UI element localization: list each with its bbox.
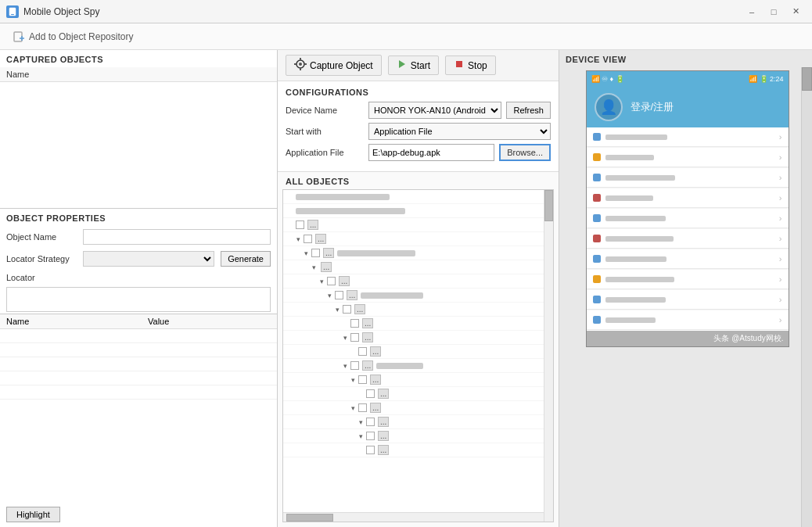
- tree-checkbox[interactable]: [304, 235, 312, 243]
- objects-table: Name: [0, 67, 277, 192]
- object-properties-section: OBJECT PROPERTIES Object Name Locator St…: [0, 209, 277, 527]
- tree-row: ▾...: [283, 289, 553, 303]
- tree-checkbox[interactable]: [366, 446, 375, 454]
- tree-scrollbar[interactable]: [544, 190, 553, 522]
- objects-table-area: Name: [0, 67, 277, 208]
- add-to-repo-button[interactable]: Add to Object Repository: [6, 27, 140, 46]
- list-item-dot: [593, 153, 601, 161]
- chevron-icon: ›: [779, 234, 782, 243]
- device-scrollbar-thumb: [802, 67, 812, 91]
- tree-checkbox[interactable]: [296, 220, 304, 229]
- list-item-dot: [593, 174, 601, 181]
- props-table: Name Value: [0, 314, 277, 400]
- start-button[interactable]: Start: [388, 56, 439, 75]
- tree-checkbox[interactable]: [311, 249, 320, 257]
- list-item[interactable]: ›: [587, 270, 789, 289]
- tree-arrow[interactable]: ▾: [341, 334, 349, 342]
- tree-arrow[interactable]: ▾: [357, 432, 365, 440]
- right-panel: DEVICE VIEW 📶 ♾ ♦ 🔋 📶 🔋 2:24 👤 登录/注册: [559, 50, 812, 527]
- tree-hscrollbar[interactable]: [283, 512, 544, 522]
- application-file-input[interactable]: [368, 144, 494, 161]
- capture-object-button[interactable]: Capture Object: [286, 55, 382, 76]
- tree-item-content: ...: [341, 318, 375, 328]
- object-name-input[interactable]: [83, 229, 271, 245]
- refresh-button[interactable]: Refresh: [506, 102, 551, 119]
- tree-checkbox[interactable]: [350, 361, 359, 370]
- tree-checkbox[interactable]: [358, 375, 367, 384]
- list-item-left: [593, 296, 666, 303]
- tree-arrow[interactable]: ▾: [302, 249, 310, 257]
- maximize-button[interactable]: □: [763, 3, 784, 20]
- chevron-icon: ›: [779, 254, 782, 264]
- list-item-dot: [593, 194, 601, 202]
- tree-arrow[interactable]: ▾: [333, 306, 341, 314]
- value-col-header: Value: [142, 314, 277, 329]
- tree-hscrollbar-container: [283, 512, 544, 522]
- tree-checkbox[interactable]: [343, 305, 351, 314]
- list-item[interactable]: ›: [587, 249, 789, 269]
- device-name-select[interactable]: HONOR YOK-AN10 (Android: [368, 102, 501, 119]
- capture-icon: [294, 58, 307, 73]
- list-item[interactable]: ›: [587, 188, 789, 208]
- list-item[interactable]: ›: [587, 148, 789, 167]
- tree-arrow[interactable]: ▾: [349, 404, 357, 412]
- tree-row: ▾...: [283, 246, 553, 260]
- tree-tag: ...: [378, 389, 389, 399]
- list-item[interactable]: ›: [587, 209, 789, 228]
- tree-tag: ...: [370, 403, 381, 413]
- tree-checkbox[interactable]: [350, 319, 359, 328]
- tree-checkbox[interactable]: [327, 277, 336, 285]
- minimize-button[interactable]: –: [742, 3, 762, 20]
- start-with-select[interactable]: Application File: [368, 123, 551, 140]
- tree-checkbox[interactable]: [358, 403, 367, 412]
- list-item-dot: [593, 133, 601, 141]
- close-button[interactable]: ✕: [785, 3, 806, 20]
- objects-tree[interactable]: ...▾...▾...▾...▾...▾...▾......▾......▾..…: [282, 189, 554, 522]
- tree-arrow[interactable]: ▾: [310, 264, 318, 271]
- generate-button[interactable]: Generate: [221, 251, 271, 267]
- tree-arrow[interactable]: ▾: [341, 362, 349, 370]
- tree-item-content: ▾...: [325, 290, 423, 300]
- tree-arrow[interactable]: ▾: [349, 376, 357, 384]
- list-item[interactable]: ›: [587, 290, 789, 310]
- highlight-button[interactable]: Highlight: [6, 507, 60, 522]
- object-properties-header: OBJECT PROPERTIES: [0, 209, 277, 226]
- browse-button[interactable]: Browse...: [499, 144, 551, 161]
- list-item[interactable]: ›: [587, 229, 789, 249]
- object-name-label: Object Name: [6, 232, 77, 242]
- name-column-header: Name: [0, 67, 277, 82]
- table-row: [0, 176, 277, 192]
- device-status-bar: 📶 ♾ ♦ 🔋 📶 🔋 2:24: [587, 71, 789, 87]
- table-row: [0, 385, 277, 400]
- tree-arrow[interactable]: ▾: [325, 292, 333, 299]
- chevron-icon: ›: [779, 274, 782, 284]
- table-row: [0, 329, 277, 343]
- application-file-row: Application File Browse...: [286, 144, 551, 161]
- all-objects-header: ALL OBJECTS: [278, 172, 559, 189]
- start-icon: [397, 59, 408, 72]
- tree-checkbox[interactable]: [358, 347, 367, 356]
- tree-arrow[interactable]: ▾: [357, 418, 365, 426]
- tree-tag: ...: [321, 262, 332, 272]
- tree-checkbox[interactable]: [350, 333, 359, 342]
- tree-checkbox[interactable]: [366, 418, 375, 426]
- tree-checkbox[interactable]: [335, 291, 343, 299]
- locator-textarea[interactable]: [6, 287, 271, 312]
- list-item[interactable]: ›: [587, 168, 789, 188]
- all-objects-section: ALL OBJECTS ...▾...▾...▾...▾...▾...▾....…: [278, 172, 559, 527]
- window-title: Mobile Object Spy: [23, 6, 99, 17]
- list-item[interactable]: ›: [587, 310, 789, 330]
- tree-tag: ...: [307, 220, 318, 230]
- tree-checkbox[interactable]: [366, 389, 375, 398]
- tree-row: ▾...: [283, 359, 553, 373]
- tree-arrow[interactable]: ▾: [294, 235, 302, 243]
- list-item[interactable]: ›: [587, 127, 789, 147]
- tree-tag: ...: [347, 290, 357, 300]
- capture-label: Capture Object: [310, 60, 373, 71]
- tree-arrow[interactable]: ▾: [318, 278, 325, 285]
- device-scrollbar[interactable]: [801, 67, 812, 527]
- tree-checkbox[interactable]: [366, 432, 375, 440]
- locator-strategy-select[interactable]: [83, 251, 214, 267]
- add-to-repo-label: Add to Object Repository: [29, 31, 133, 42]
- stop-button[interactable]: Stop: [445, 56, 496, 75]
